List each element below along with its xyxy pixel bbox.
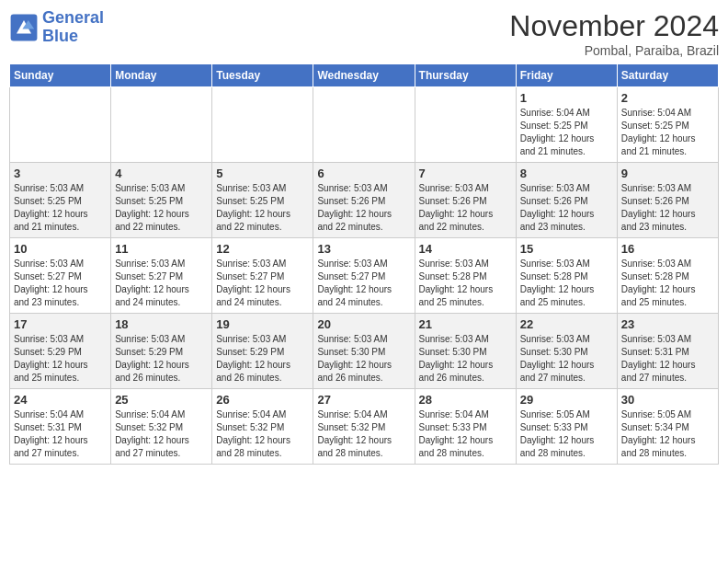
logo-text: General Blue [42,9,104,46]
day-number: 9 [621,167,714,180]
day-number: 29 [520,393,613,407]
day-info: Sunrise: 5:03 AM Sunset: 5:26 PM Dayligh… [621,182,714,234]
day-number: 11 [115,242,208,256]
day-number: 5 [216,167,309,180]
page-header: General Blue November 2024 Pombal, Parai… [9,9,719,58]
day-info: Sunrise: 5:03 AM Sunset: 5:27 PM Dayligh… [14,258,107,309]
day-number: 8 [520,167,613,180]
day-info: Sunrise: 5:04 AM Sunset: 5:25 PM Dayligh… [621,107,714,158]
calendar-cell: 20Sunrise: 5:03 AM Sunset: 5:30 PM Dayli… [313,314,415,389]
day-number: 30 [621,393,714,407]
day-number: 19 [216,317,309,331]
day-info: Sunrise: 5:03 AM Sunset: 5:27 PM Dayligh… [115,258,208,309]
calendar-cell: 26Sunrise: 5:04 AM Sunset: 5:32 PM Dayli… [212,389,313,465]
calendar-cell: 9Sunrise: 5:03 AM Sunset: 5:26 PM Daylig… [617,163,718,238]
day-info: Sunrise: 5:03 AM Sunset: 5:26 PM Dayligh… [520,182,613,234]
logo-line2: Blue [42,27,78,45]
day-number: 3 [14,167,107,180]
calendar-cell: 27Sunrise: 5:04 AM Sunset: 5:32 PM Dayli… [313,389,415,465]
calendar-cell: 4Sunrise: 5:03 AM Sunset: 5:25 PM Daylig… [111,163,212,238]
day-number: 25 [115,393,208,407]
day-number: 28 [419,393,512,407]
day-number: 15 [520,242,613,256]
day-info: Sunrise: 5:03 AM Sunset: 5:30 PM Dayligh… [520,333,613,385]
day-number: 18 [115,317,208,331]
calendar-cell: 18Sunrise: 5:03 AM Sunset: 5:29 PM Dayli… [111,314,212,389]
calendar-cell: 24Sunrise: 5:04 AM Sunset: 5:31 PM Dayli… [10,389,111,465]
calendar-week-row: 1Sunrise: 5:04 AM Sunset: 5:25 PM Daylig… [10,87,719,163]
title-block: November 2024 Pombal, Paraiba, Brazil [509,9,719,58]
calendar-cell: 3Sunrise: 5:03 AM Sunset: 5:25 PM Daylig… [10,163,111,238]
logo: General Blue [9,9,104,46]
day-number: 17 [14,317,107,331]
day-info: Sunrise: 5:03 AM Sunset: 5:26 PM Dayligh… [419,182,512,234]
calendar-cell [10,87,111,163]
calendar-cell: 21Sunrise: 5:03 AM Sunset: 5:30 PM Dayli… [415,314,516,389]
calendar-cell: 23Sunrise: 5:03 AM Sunset: 5:31 PM Dayli… [617,314,718,389]
calendar-cell: 5Sunrise: 5:03 AM Sunset: 5:25 PM Daylig… [212,163,313,238]
calendar-cell: 11Sunrise: 5:03 AM Sunset: 5:27 PM Dayli… [111,238,212,314]
day-info: Sunrise: 5:03 AM Sunset: 5:30 PM Dayligh… [419,333,512,385]
location: Pombal, Paraiba, Brazil [509,43,719,58]
day-number: 26 [216,393,309,407]
logo-icon [9,13,39,42]
calendar-cell: 6Sunrise: 5:03 AM Sunset: 5:26 PM Daylig… [313,163,415,238]
day-info: Sunrise: 5:03 AM Sunset: 5:30 PM Dayligh… [317,333,410,385]
calendar-cell: 28Sunrise: 5:04 AM Sunset: 5:33 PM Dayli… [415,389,516,465]
logo-line1: General [42,8,104,27]
calendar-cell: 30Sunrise: 5:05 AM Sunset: 5:34 PM Dayli… [617,389,718,465]
day-number: 16 [621,242,714,256]
day-info: Sunrise: 5:03 AM Sunset: 5:31 PM Dayligh… [621,333,714,385]
day-info: Sunrise: 5:04 AM Sunset: 5:25 PM Dayligh… [520,107,613,158]
calendar-cell: 12Sunrise: 5:03 AM Sunset: 5:27 PM Dayli… [212,238,313,314]
calendar-cell: 15Sunrise: 5:03 AM Sunset: 5:28 PM Dayli… [516,238,617,314]
day-info: Sunrise: 5:03 AM Sunset: 5:25 PM Dayligh… [14,182,107,234]
calendar-cell: 17Sunrise: 5:03 AM Sunset: 5:29 PM Dayli… [10,314,111,389]
day-number: 10 [14,242,107,256]
calendar-cell: 16Sunrise: 5:03 AM Sunset: 5:28 PM Dayli… [617,238,718,314]
day-number: 7 [419,167,512,180]
day-info: Sunrise: 5:03 AM Sunset: 5:27 PM Dayligh… [216,258,309,309]
day-number: 20 [317,317,410,331]
calendar-week-row: 10Sunrise: 5:03 AM Sunset: 5:27 PM Dayli… [10,238,719,314]
day-info: Sunrise: 5:04 AM Sunset: 5:31 PM Dayligh… [14,408,107,460]
weekday-header: Wednesday [313,64,415,87]
day-info: Sunrise: 5:03 AM Sunset: 5:28 PM Dayligh… [419,258,512,309]
day-info: Sunrise: 5:03 AM Sunset: 5:27 PM Dayligh… [317,258,410,309]
calendar-cell [212,87,313,163]
day-info: Sunrise: 5:03 AM Sunset: 5:29 PM Dayligh… [216,333,309,385]
day-info: Sunrise: 5:05 AM Sunset: 5:34 PM Dayligh… [621,408,714,460]
day-info: Sunrise: 5:03 AM Sunset: 5:25 PM Dayligh… [216,182,309,234]
day-info: Sunrise: 5:04 AM Sunset: 5:32 PM Dayligh… [317,408,410,460]
weekday-header: Friday [516,64,617,87]
day-number: 13 [317,242,410,256]
weekday-header: Sunday [10,64,111,87]
day-info: Sunrise: 5:03 AM Sunset: 5:28 PM Dayligh… [621,258,714,309]
calendar-cell [313,87,415,163]
calendar-cell: 8Sunrise: 5:03 AM Sunset: 5:26 PM Daylig… [516,163,617,238]
calendar-cell: 22Sunrise: 5:03 AM Sunset: 5:30 PM Dayli… [516,314,617,389]
calendar-table: SundayMondayTuesdayWednesdayThursdayFrid… [9,63,719,465]
weekday-header: Monday [111,64,212,87]
weekday-header: Saturday [617,64,718,87]
day-number: 4 [115,167,208,180]
day-info: Sunrise: 5:04 AM Sunset: 5:32 PM Dayligh… [115,408,208,460]
day-info: Sunrise: 5:04 AM Sunset: 5:32 PM Dayligh… [216,408,309,460]
day-number: 1 [520,91,613,105]
calendar-cell [415,87,516,163]
calendar-cell: 2Sunrise: 5:04 AM Sunset: 5:25 PM Daylig… [617,87,718,163]
day-number: 6 [317,167,410,180]
day-info: Sunrise: 5:03 AM Sunset: 5:26 PM Dayligh… [317,182,410,234]
day-number: 23 [621,317,714,331]
day-number: 24 [14,393,107,407]
day-number: 21 [419,317,512,331]
day-info: Sunrise: 5:05 AM Sunset: 5:33 PM Dayligh… [520,408,613,460]
weekday-header: Thursday [415,64,516,87]
calendar-cell: 10Sunrise: 5:03 AM Sunset: 5:27 PM Dayli… [10,238,111,314]
calendar-cell: 1Sunrise: 5:04 AM Sunset: 5:25 PM Daylig… [516,87,617,163]
day-number: 22 [520,317,613,331]
day-info: Sunrise: 5:03 AM Sunset: 5:29 PM Dayligh… [115,333,208,385]
month-title: November 2024 [509,9,719,43]
day-number: 27 [317,393,410,407]
calendar-cell: 13Sunrise: 5:03 AM Sunset: 5:27 PM Dayli… [313,238,415,314]
